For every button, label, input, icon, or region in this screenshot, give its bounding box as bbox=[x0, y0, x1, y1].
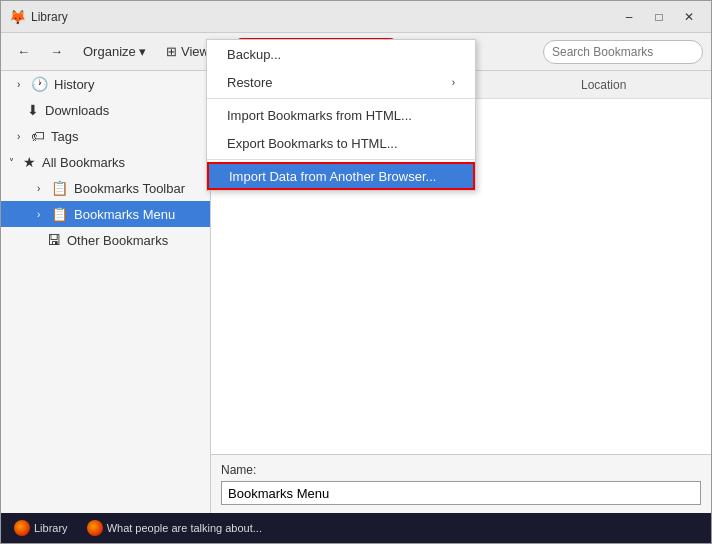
restore-label: Restore bbox=[227, 75, 273, 90]
tags-icon: 🏷 bbox=[31, 128, 45, 144]
menu-item-import-html[interactable]: Import Bookmarks from HTML... bbox=[207, 101, 475, 129]
sidebar: › 🕐 History ⬇ Downloads › 🏷 Tags ˅ ★ All… bbox=[1, 71, 211, 513]
star-icon: ★ bbox=[23, 154, 36, 170]
sidebar-item-tags-label: Tags bbox=[51, 129, 78, 144]
title-bar: 🦊 Library – □ ✕ bbox=[1, 1, 711, 33]
back-button[interactable]: ← bbox=[9, 38, 38, 66]
download-icon: ⬇ bbox=[27, 102, 39, 118]
organize-button[interactable]: Organize ▾ bbox=[75, 38, 154, 66]
folder-icon: 📋 bbox=[51, 180, 68, 196]
sidebar-item-other-bookmarks[interactable]: 🖫 Other Bookmarks bbox=[1, 227, 210, 253]
history-icon: 🕐 bbox=[31, 76, 48, 92]
taskbar-ff2-label: What people are talking about... bbox=[107, 522, 262, 534]
sidebar-item-downloads[interactable]: ⬇ Downloads bbox=[1, 97, 210, 123]
search-box[interactable] bbox=[543, 40, 703, 64]
chevron-right-icon: › bbox=[37, 209, 47, 220]
sidebar-item-bookmarks-menu-label: Bookmarks Menu bbox=[74, 207, 175, 222]
export-html-label: Export Bookmarks to HTML... bbox=[227, 136, 398, 151]
menu-separator bbox=[207, 98, 475, 99]
taskbar-library-label: Library bbox=[34, 522, 68, 534]
close-button[interactable]: ✕ bbox=[675, 7, 703, 27]
firefox-icon bbox=[87, 520, 103, 536]
sidebar-item-all-bookmarks-label: All Bookmarks bbox=[42, 155, 125, 170]
backup-label: Backup... bbox=[227, 47, 281, 62]
import-html-label: Import Bookmarks from HTML... bbox=[227, 108, 412, 123]
minimize-button[interactable]: – bbox=[615, 7, 643, 27]
menu-item-import-browser[interactable]: Import Data from Another Browser... bbox=[207, 162, 475, 190]
chevron-right-icon: › bbox=[37, 183, 47, 194]
chevron-down-icon: ˅ bbox=[9, 157, 19, 168]
forward-button[interactable]: → bbox=[42, 38, 71, 66]
window-title: Library bbox=[31, 10, 615, 24]
folder-icon: 🖫 bbox=[47, 232, 61, 248]
sidebar-item-history-label: History bbox=[54, 77, 94, 92]
import-backup-dropdown: Backup... Restore › Import Bookmarks fro… bbox=[206, 39, 476, 191]
taskbar-item-library[interactable]: Library bbox=[6, 516, 76, 540]
chevron-right-icon: › bbox=[17, 131, 27, 142]
menu-item-backup[interactable]: Backup... bbox=[207, 40, 475, 68]
sidebar-item-bookmarks-toolbar[interactable]: › 📋 Bookmarks Toolbar bbox=[1, 175, 210, 201]
menu-item-export-html[interactable]: Export Bookmarks to HTML... bbox=[207, 129, 475, 157]
content-footer: Name: bbox=[211, 454, 711, 513]
window-icon: 🦊 bbox=[9, 9, 25, 25]
maximize-button[interactable]: □ bbox=[645, 7, 673, 27]
import-browser-label: Import Data from Another Browser... bbox=[229, 169, 436, 184]
taskbar-item-ff2[interactable]: What people are talking about... bbox=[79, 516, 270, 540]
taskbar: Library What people are talking about... bbox=[1, 513, 711, 543]
menu-separator bbox=[207, 159, 475, 160]
firefox-icon bbox=[14, 520, 30, 536]
sidebar-item-downloads-label: Downloads bbox=[45, 103, 109, 118]
search-input[interactable] bbox=[552, 45, 694, 59]
name-input[interactable] bbox=[221, 481, 701, 505]
location-column-header: Location bbox=[581, 78, 701, 92]
window-controls: – □ ✕ bbox=[615, 7, 703, 27]
menu-item-restore[interactable]: Restore › bbox=[207, 68, 475, 96]
sidebar-item-bookmarks-menu[interactable]: › 📋 Bookmarks Menu bbox=[1, 201, 210, 227]
folder-icon: 📋 bbox=[51, 206, 68, 222]
submenu-arrow-icon: › bbox=[452, 77, 455, 88]
sidebar-item-all-bookmarks[interactable]: ˅ ★ All Bookmarks bbox=[1, 149, 210, 175]
sidebar-item-bookmarks-toolbar-label: Bookmarks Toolbar bbox=[74, 181, 185, 196]
name-label: Name: bbox=[221, 463, 701, 477]
sidebar-item-other-bookmarks-label: Other Bookmarks bbox=[67, 233, 168, 248]
sidebar-item-tags[interactable]: › 🏷 Tags bbox=[1, 123, 210, 149]
chevron-right-icon: › bbox=[17, 79, 27, 90]
sidebar-item-history[interactable]: › 🕐 History bbox=[1, 71, 210, 97]
library-window: 🦊 Library – □ ✕ ← → Organize ▾ ⊞ Views ▾… bbox=[0, 0, 712, 544]
